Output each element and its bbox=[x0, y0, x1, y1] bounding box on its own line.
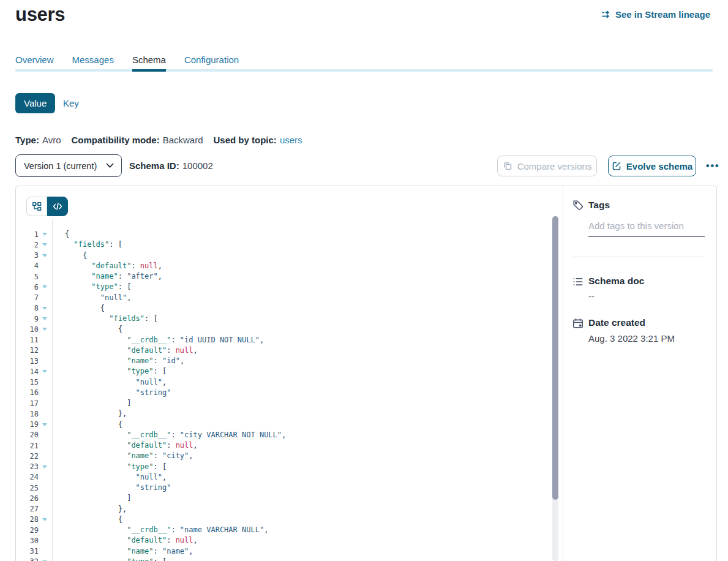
line-number: 20 bbox=[16, 431, 39, 439]
gutter-row: 19 bbox=[16, 420, 50, 430]
line-number: 8 bbox=[16, 304, 39, 312]
line-number: 23 bbox=[16, 462, 39, 471]
scrollbar-thumb[interactable] bbox=[552, 216, 558, 500]
fold-arrow-icon[interactable] bbox=[42, 233, 47, 236]
code-line: "__crdb__": "id UUID NOT NULL", bbox=[65, 335, 549, 345]
topic-link[interactable]: users bbox=[280, 135, 302, 145]
date-created-title: Date created bbox=[588, 317, 645, 328]
code-line: "fields": [ bbox=[65, 239, 549, 250]
line-number: 15 bbox=[16, 378, 39, 386]
gutter-row: 16 bbox=[16, 388, 50, 398]
line-number: 6 bbox=[16, 283, 39, 292]
line-number: 14 bbox=[16, 367, 39, 376]
fold-arrow-icon[interactable] bbox=[42, 370, 47, 373]
line-number: 2 bbox=[16, 241, 39, 249]
gutter-row: 9 bbox=[16, 314, 50, 324]
line-number: 30 bbox=[16, 537, 39, 545]
gutter-row: 17 bbox=[16, 398, 50, 409]
line-number: 9 bbox=[16, 315, 39, 323]
tab-messages[interactable]: Messages bbox=[72, 55, 114, 69]
fold-arrow-icon[interactable] bbox=[42, 243, 47, 246]
code-line: }, bbox=[65, 409, 549, 419]
code-line: { bbox=[65, 229, 549, 239]
code-line: "__crdb__": "name VARCHAR NULL", bbox=[65, 525, 549, 535]
gutter-row: 24 bbox=[16, 472, 50, 483]
compare-versions-button[interactable]: Compare versions bbox=[497, 156, 597, 176]
code-line: "null", bbox=[65, 293, 549, 303]
code-line: "null", bbox=[65, 377, 549, 388]
add-tags-input[interactable] bbox=[588, 218, 705, 237]
version-select[interactable]: Version 1 (current) bbox=[15, 154, 122, 177]
code-line: "default": null, bbox=[65, 440, 549, 451]
gutter-row: 10 bbox=[16, 324, 50, 334]
gutter-row: 2 bbox=[16, 239, 50, 250]
tree-view-button[interactable] bbox=[26, 197, 47, 216]
code-line: "type": [ bbox=[65, 557, 549, 561]
fold-arrow-icon[interactable] bbox=[42, 307, 47, 310]
tab-schema[interactable]: Schema bbox=[132, 55, 166, 69]
line-number: 18 bbox=[16, 410, 39, 418]
compatibility-label: Compatibility mode: bbox=[71, 135, 159, 145]
gutter-row: 3 bbox=[16, 250, 50, 261]
gutter-row: 13 bbox=[16, 356, 50, 366]
gutter-row: 26 bbox=[16, 493, 50, 503]
gutter-row: 25 bbox=[16, 483, 50, 493]
tab-overview[interactable]: Overview bbox=[15, 55, 54, 69]
gutter-row: 14 bbox=[16, 366, 50, 377]
gutter-row: 23 bbox=[16, 462, 50, 472]
used-by-topic-label: Used by topic: bbox=[214, 135, 277, 145]
tab-configuration[interactable]: Configuration bbox=[184, 55, 239, 69]
value-toggle-button[interactable]: Value bbox=[15, 93, 55, 113]
code-line: "fields": [ bbox=[65, 314, 549, 324]
fold-arrow-icon[interactable] bbox=[42, 285, 47, 288]
line-number: 11 bbox=[16, 336, 39, 344]
evolve-schema-button[interactable]: Evolve schema bbox=[608, 156, 696, 176]
code-line: ] bbox=[65, 398, 549, 409]
fold-arrow-icon[interactable] bbox=[42, 518, 47, 521]
code-view-button[interactable] bbox=[47, 197, 68, 216]
tab-bar: Overview Messages Schema Configuration bbox=[15, 55, 239, 69]
gutter-row: 29 bbox=[16, 525, 50, 535]
stream-lineage-icon bbox=[601, 10, 611, 19]
fold-arrow-icon[interactable] bbox=[42, 465, 47, 469]
code-line: "name": "after", bbox=[65, 271, 549, 282]
schema-view-toggle bbox=[26, 197, 68, 216]
schema-id-label: Schema ID: bbox=[129, 160, 179, 171]
code-line: { bbox=[65, 420, 549, 430]
schema-meta-row: Type: Avro Compatibility mode: Backward … bbox=[15, 135, 302, 145]
line-number: 24 bbox=[16, 473, 39, 481]
gutter-row: 12 bbox=[16, 345, 50, 356]
code-line: "null", bbox=[65, 472, 549, 483]
fold-arrow-icon[interactable] bbox=[42, 423, 47, 426]
schema-id-value: 100002 bbox=[182, 160, 213, 171]
stream-lineage-link[interactable]: See in Stream lineage bbox=[601, 9, 710, 20]
edit-schema-icon bbox=[612, 161, 621, 171]
gutter-row: 31 bbox=[16, 546, 50, 557]
fold-arrow-icon[interactable] bbox=[42, 328, 47, 331]
key-toggle-link[interactable]: Key bbox=[63, 98, 79, 108]
code-view-icon bbox=[53, 202, 62, 211]
code-line: "string" bbox=[65, 388, 549, 398]
more-options-button[interactable]: ••• bbox=[699, 154, 726, 177]
code-line: { bbox=[65, 250, 549, 261]
code-line: "string" bbox=[65, 483, 549, 493]
schema-code-editor[interactable]: { "fields": [ { "default": null, "name":… bbox=[65, 229, 549, 561]
line-number: 32 bbox=[16, 557, 39, 561]
line-number: 22 bbox=[16, 452, 39, 461]
code-line: "name": "id", bbox=[65, 356, 549, 366]
fold-arrow-icon[interactable] bbox=[42, 254, 47, 257]
tag-icon bbox=[572, 200, 584, 211]
tree-view-icon bbox=[32, 201, 42, 211]
code-line: "name": "name", bbox=[65, 546, 549, 557]
gutter-row: 21 bbox=[16, 440, 50, 451]
compatibility-value: Backward bbox=[163, 135, 203, 145]
date-created-value: Aug. 3 2022 3:21 PM bbox=[588, 333, 675, 344]
type-label: Type: bbox=[15, 135, 39, 145]
fold-arrow-icon[interactable] bbox=[42, 317, 47, 320]
tab-underline-track bbox=[15, 69, 713, 72]
line-number: 12 bbox=[16, 346, 39, 355]
gutter-row: 28 bbox=[16, 514, 50, 525]
schema-id: Schema ID: 100002 bbox=[129, 154, 213, 177]
tags-section-divider bbox=[572, 257, 705, 257]
gutter-row: 32 bbox=[16, 557, 50, 561]
